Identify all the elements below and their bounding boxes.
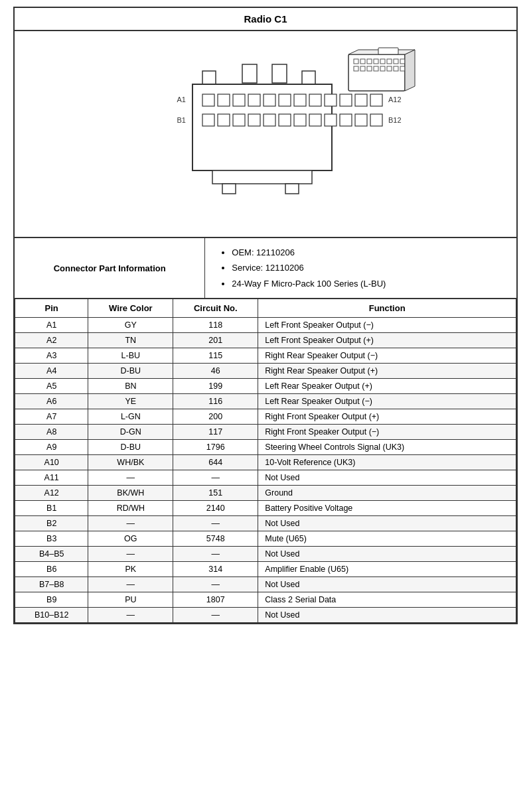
table-row: A3L-BU115Right Rear Speaker Output (−)	[15, 348, 516, 364]
function-cell: Not Used	[258, 547, 516, 562]
connector-svg: A1 A12 B1 B12	[100, 44, 431, 224]
svg-rect-12	[309, 94, 321, 106]
pin-table: Pin Wire Color Circuit No. Function A1GY…	[15, 299, 516, 623]
svg-rect-55	[378, 48, 398, 54]
pin-cell: B2	[15, 516, 88, 531]
function-cell: Left Rear Speaker Output (+)	[258, 379, 516, 394]
circuit-no-cell: —	[173, 516, 258, 531]
svg-rect-15	[355, 94, 367, 106]
svg-text:B1: B1	[177, 116, 186, 124]
table-row: A6YE116Left Rear Speaker Output (−)	[15, 394, 516, 409]
circuit-no-cell: 2140	[173, 501, 258, 516]
wire-color-cell: —	[88, 470, 173, 486]
wire-color-cell: OG	[88, 531, 173, 547]
pin-cell: A11	[15, 470, 88, 486]
svg-rect-43	[394, 59, 398, 64]
table-row: B6PK314Amplifier Enable (U65)	[15, 562, 516, 577]
svg-rect-18	[218, 114, 230, 126]
function-cell: Left Front Speaker Output (+)	[258, 333, 516, 348]
table-row: B2——Not Used	[15, 516, 516, 531]
pin-cell: A9	[15, 440, 88, 455]
col-header-function: Function	[258, 299, 516, 318]
wire-color-cell: BK/WH	[88, 486, 173, 501]
svg-rect-37	[354, 59, 358, 64]
wire-color-cell: YE	[88, 394, 173, 409]
svg-rect-44	[400, 59, 405, 64]
connector-info-details: OEM: 12110206Service: 1211020624-Way F M…	[205, 238, 516, 298]
function-cell: Not Used	[258, 516, 516, 531]
svg-rect-28	[370, 114, 382, 126]
function-cell: Not Used	[258, 577, 516, 592]
connector-info-item: Service: 12110206	[232, 260, 503, 275]
wire-color-cell: PK	[88, 562, 173, 577]
connector-diagram: A1 A12 B1 B12	[100, 44, 431, 224]
circuit-no-cell: —	[173, 608, 258, 623]
pin-cell: A2	[15, 333, 88, 348]
svg-rect-41	[380, 59, 385, 64]
connector-info-row: Connector Part Information OEM: 12110206…	[15, 238, 516, 299]
svg-rect-10	[279, 94, 291, 106]
circuit-no-cell: 1807	[173, 592, 258, 608]
table-header-row: Pin Wire Color Circuit No. Function	[15, 299, 516, 318]
pin-cell: A1	[15, 318, 88, 333]
table-row: A7L-GN200Right Front Speaker Output (+)	[15, 409, 516, 425]
svg-rect-51	[394, 66, 398, 71]
function-cell: Left Front Speaker Output (−)	[258, 318, 516, 333]
wire-color-cell: —	[88, 577, 173, 592]
table-row: A12BK/WH151Ground	[15, 486, 516, 501]
svg-rect-17	[202, 114, 214, 126]
wire-color-cell: PU	[88, 592, 173, 608]
table-row: A1GY118Left Front Speaker Output (−)	[15, 318, 516, 333]
function-cell: Right Front Speaker Output (−)	[258, 425, 516, 440]
col-header-wire: Wire Color	[88, 299, 173, 318]
pin-cell: A12	[15, 486, 88, 501]
svg-text:A1: A1	[177, 96, 186, 103]
svg-rect-52	[400, 66, 405, 71]
svg-marker-53	[405, 50, 415, 91]
svg-rect-3	[302, 71, 315, 86]
table-row: A11——Not Used	[15, 470, 516, 486]
circuit-no-cell: 5748	[173, 531, 258, 547]
circuit-no-cell: 118	[173, 318, 258, 333]
svg-rect-7	[233, 94, 245, 106]
svg-rect-25	[325, 114, 337, 126]
connector-info-list: OEM: 12110206Service: 1211020624-Way F M…	[218, 245, 503, 291]
svg-rect-5	[202, 94, 214, 106]
svg-rect-8	[248, 94, 260, 106]
circuit-no-cell: 46	[173, 364, 258, 379]
pin-cell: B9	[15, 592, 88, 608]
svg-rect-20	[248, 114, 260, 126]
pin-cell: B7–B8	[15, 577, 88, 592]
svg-rect-30	[222, 184, 236, 194]
pin-cell: A5	[15, 379, 88, 394]
svg-rect-24	[309, 114, 321, 126]
svg-rect-16	[370, 94, 382, 106]
svg-rect-42	[387, 59, 392, 64]
svg-rect-22	[279, 114, 291, 126]
svg-rect-6	[218, 94, 230, 106]
svg-rect-1	[242, 64, 257, 83]
diagram-area: A1 A12 B1 B12	[15, 31, 516, 238]
main-container: Radio C1	[13, 7, 518, 624]
table-row: B7–B8——Not Used	[15, 577, 516, 592]
pin-cell: A4	[15, 364, 88, 379]
function-cell: Not Used	[258, 608, 516, 623]
svg-rect-48	[374, 66, 378, 71]
function-cell: Not Used	[258, 470, 516, 486]
svg-text:A12: A12	[388, 96, 402, 103]
svg-rect-38	[360, 59, 365, 64]
pin-cell: B10–B12	[15, 608, 88, 623]
svg-rect-26	[340, 114, 352, 126]
wire-color-cell: WH/BK	[88, 455, 173, 470]
svg-rect-2	[272, 64, 287, 83]
svg-rect-50	[387, 66, 392, 71]
table-row: B10–B12——Not Used	[15, 608, 516, 623]
table-row: B9PU1807Class 2 Serial Data	[15, 592, 516, 608]
svg-rect-21	[264, 114, 275, 126]
connector-info-item: 24-Way F Micro-Pack 100 Series (L-BU)	[232, 276, 503, 291]
svg-rect-19	[233, 114, 245, 126]
pin-cell: B1	[15, 501, 88, 516]
circuit-no-cell: 115	[173, 348, 258, 364]
circuit-no-cell: 201	[173, 333, 258, 348]
table-row: A5BN199Left Rear Speaker Output (+)	[15, 379, 516, 394]
